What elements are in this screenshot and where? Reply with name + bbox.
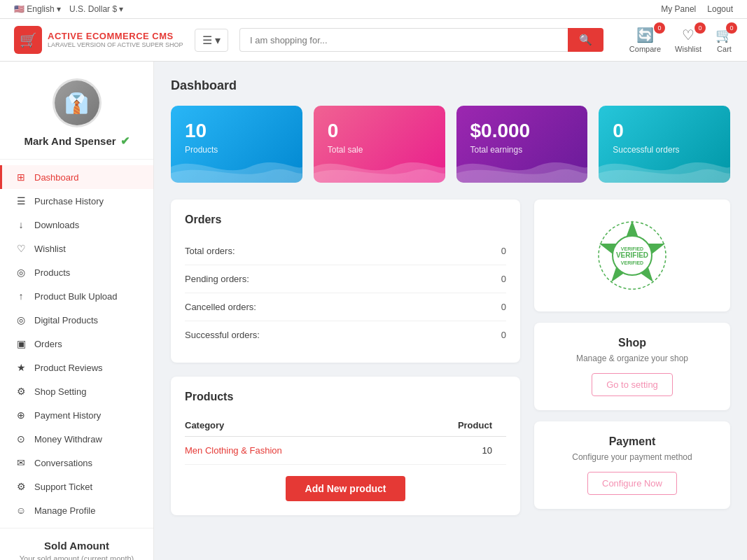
shop-subtitle: Manage & organize your shop — [548, 354, 716, 363]
sidebar-item-payment-history[interactable]: ⊕ Payment History — [0, 403, 153, 427]
cancelled-orders-label: Cancelled orders: — [185, 302, 256, 312]
wishlist-nav-icon: ♡ — [15, 243, 27, 254]
sidebar: 👔 Mark And Spenser ✔ ⊞ Dashboard ☰ Purch… — [0, 62, 154, 560]
search-wrapper: 🔍 — [239, 28, 603, 52]
sidebar-item-downloads[interactable]: ↓ Downloads — [0, 213, 153, 237]
bulk-upload-icon: ↑ — [15, 290, 27, 302]
wishlist-icon-item[interactable]: ♡ 0 Wishlist — [675, 27, 701, 53]
stat-card-total-sale: 0 Total sale — [314, 106, 445, 183]
configure-now-button[interactable]: Configure Now — [587, 472, 677, 495]
profile-section: 👔 Mark And Spenser ✔ — [0, 62, 153, 160]
order-row-pending: Pending orders: 0 — [185, 265, 506, 293]
stat-cards: 10 Products 0 Total sale $0.000 Total ea… — [171, 106, 730, 183]
payment-subtitle: Configure your payment method — [548, 452, 716, 462]
payment-history-icon: ⊕ — [15, 410, 27, 421]
product-count-cell: 10 — [399, 437, 506, 465]
main-content: Dashboard 10 Products 0 Total sale — [154, 62, 747, 560]
wishlist-badge: 0 — [694, 22, 706, 34]
sidebar-item-conversations[interactable]: ✉ Conversations — [0, 451, 153, 475]
successful-orders-label: Successful orders: — [185, 330, 260, 340]
total-sale-count: 0 — [328, 120, 431, 142]
hamburger-button[interactable]: ☰ ▾ — [195, 29, 228, 52]
brand-name: ACTIVE ECOMMERCE CMS — [48, 31, 183, 42]
sidebar-item-orders[interactable]: ▣ Orders — [0, 332, 153, 356]
go-to-setting-button[interactable]: Go to setting — [592, 373, 673, 396]
my-panel-link[interactable]: My Panel — [661, 4, 696, 14]
sidebar-item-manage-profile[interactable]: ☺ Manage Profile — [0, 498, 153, 522]
sidebar-item-money-withdraw[interactable]: ⊙ Money Withdraw — [0, 427, 153, 451]
sidebar-item-products[interactable]: ◎ Products — [0, 260, 153, 284]
category-cell[interactable]: Men Clothing & Fashion — [185, 437, 399, 465]
search-input[interactable] — [239, 28, 568, 52]
sidebar-item-bulk-upload[interactable]: ↑ Product Bulk Upload — [0, 284, 153, 308]
cancelled-orders-value: 0 — [501, 302, 506, 312]
sidebar-item-label: Product Reviews — [34, 363, 103, 373]
sidebar-item-label: Purchase History — [34, 196, 104, 206]
stat-card-earnings: $0.000 Total earnings — [456, 106, 588, 183]
top-bar-right: My Panel Logout — [661, 4, 733, 14]
logo-area: 🛒 ACTIVE ECOMMERCE CMS LARAVEL VERSION O… — [14, 26, 183, 54]
sidebar-item-shop-setting[interactable]: ⚙ Shop Setting — [0, 379, 153, 403]
top-bar-left: 🇺🇸 English ▾ U.S. Dollar $ ▾ — [14, 4, 123, 14]
sidebar-item-label: Wishlist — [34, 244, 66, 254]
verified-checkmark-icon: ✔ — [120, 134, 130, 148]
purchase-history-icon: ☰ — [15, 195, 27, 206]
brand-sub: LARAVEL VERSION OF ACTIVE SUPER SHOP — [48, 41, 183, 49]
verified-card: VERIFIED VERIFIED VERIFIED — [534, 200, 730, 312]
layout: 👔 Mark And Spenser ✔ ⊞ Dashboard ☰ Purch… — [0, 62, 747, 560]
page-title: Dashboard — [171, 78, 730, 93]
cart-badge: 0 — [726, 22, 737, 34]
dashboard-icon: ⊞ — [15, 172, 27, 183]
conversations-icon: ✉ — [15, 457, 27, 468]
sidebar-item-dashboard[interactable]: ⊞ Dashboard — [0, 165, 153, 189]
pending-orders-label: Pending orders: — [185, 274, 249, 284]
top-bar: 🇺🇸 English ▾ U.S. Dollar $ ▾ My Panel Lo… — [0, 0, 747, 19]
cart-icon-item[interactable]: 🛒 0 Cart — [715, 27, 733, 53]
wishlist-label: Wishlist — [675, 45, 701, 53]
category-col-header: Category — [185, 414, 399, 437]
payment-card: Payment Configure your payment method Co… — [534, 421, 730, 509]
sidebar-item-purchase-history[interactable]: ☰ Purchase History — [0, 189, 153, 213]
order-row-total: Total orders: 0 — [185, 237, 506, 265]
currency-selector[interactable]: U.S. Dollar $ ▾ — [69, 4, 123, 14]
compare-badge: 0 — [654, 22, 665, 34]
cart-label: Cart — [717, 45, 732, 53]
sidebar-item-reviews[interactable]: ★ Product Reviews — [0, 356, 153, 379]
svg-text:VERIFIED: VERIFIED — [616, 251, 648, 259]
sidebar-item-wishlist[interactable]: ♡ Wishlist — [0, 237, 153, 260]
left-column: Orders Total orders: 0 Pending orders: 0… — [171, 200, 520, 515]
shop-title: Shop — [548, 337, 716, 349]
products-title: Products — [185, 391, 506, 403]
add-product-button[interactable]: Add New product — [286, 476, 406, 501]
wishlist-icon: ♡ — [682, 27, 694, 43]
language-selector[interactable]: 🇺🇸 English ▾ — [14, 4, 61, 14]
sold-amount-section: Sold Amount Your sold amount (current mo… — [0, 528, 153, 560]
digital-products-icon: ◎ — [15, 314, 27, 326]
sidebar-item-label: Conversations — [34, 458, 92, 468]
product-col-header: Product — [399, 414, 506, 437]
stat-card-products: 10 Products — [171, 106, 302, 183]
order-row-cancelled: Cancelled orders: 0 — [185, 293, 506, 321]
header-icons: 🔄 0 Compare ♡ 0 Wishlist 🛒 0 Cart — [629, 27, 733, 53]
sold-amount-subtitle: Your sold amount (current month) — [11, 554, 142, 560]
compare-label: Compare — [629, 45, 661, 53]
sidebar-item-support-ticket[interactable]: ⚙ Support Ticket — [0, 475, 153, 498]
sidebar-item-label: Manage Profile — [34, 505, 95, 516]
header: 🛒 ACTIVE ECOMMERCE CMS LARAVEL VERSION O… — [0, 19, 747, 62]
orders-title: Orders — [185, 214, 506, 226]
sold-amount-title: Sold Amount — [11, 540, 142, 552]
right-side: VERIFIED VERIFIED VERIFIED Shop Manage &… — [534, 200, 730, 515]
logout-link[interactable]: Logout — [707, 4, 733, 14]
compare-icon-item[interactable]: 🔄 0 Compare — [629, 27, 661, 53]
sidebar-item-label: Orders — [34, 339, 62, 349]
orders-card: Orders Total orders: 0 Pending orders: 0… — [171, 200, 520, 363]
sidebar-item-label: Shop Setting — [34, 386, 86, 397]
shop-setting-icon: ⚙ — [15, 386, 27, 397]
orders-icon: ▣ — [15, 338, 27, 349]
sidebar-item-label: Money Withdraw — [34, 434, 102, 444]
logo-icon: 🛒 — [14, 26, 42, 54]
pending-orders-value: 0 — [501, 274, 506, 284]
support-ticket-icon: ⚙ — [15, 481, 27, 492]
sidebar-item-digital-products[interactable]: ◎ Digital Products — [0, 308, 153, 332]
search-button[interactable]: 🔍 — [568, 28, 603, 52]
